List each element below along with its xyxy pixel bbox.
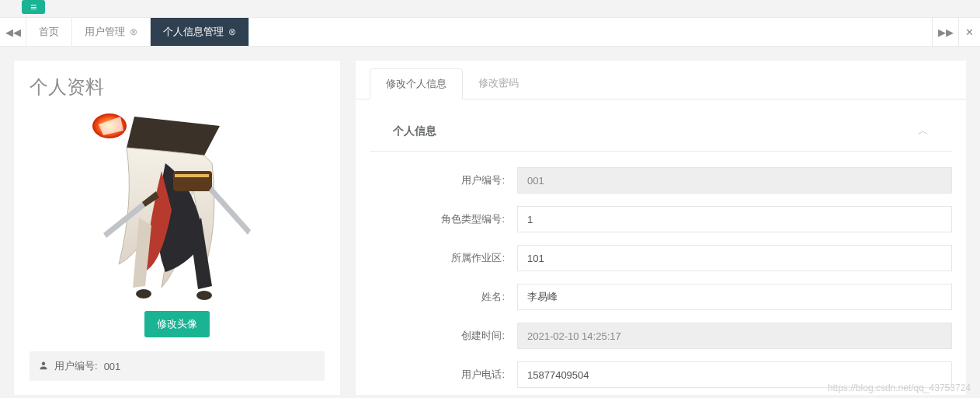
tab-personal-info-management[interactable]: 个人信息管理 ⊗	[151, 18, 249, 46]
tab-label: 首页	[39, 25, 59, 39]
input-work-area[interactable]	[517, 245, 952, 271]
input-role-type-id[interactable]	[517, 206, 952, 232]
page-title: 个人资料	[30, 75, 325, 100]
inner-tabs: 修改个人信息 修改密码	[356, 61, 966, 100]
avatar-area: 修改头像	[30, 109, 325, 337]
content-area: 个人资料	[0, 47, 980, 398]
label-work-area: 所属作业区:	[370, 251, 517, 265]
input-created-at	[517, 323, 952, 349]
change-avatar-button[interactable]: 修改头像	[144, 311, 210, 337]
avatar-image	[88, 109, 266, 303]
label-created-at: 创建时间:	[370, 329, 517, 343]
tabs-scroll-right-button[interactable]: ▶▶	[932, 18, 958, 46]
form-row-role-type-id: 角色类型编号:	[370, 200, 952, 239]
hamburger-menu-button[interactable]: ≡	[22, 0, 45, 14]
chevron-up-icon[interactable]: ︿	[918, 124, 929, 138]
form-row-name: 姓名:	[370, 278, 952, 316]
label-user-id: 用户编号:	[370, 173, 517, 187]
section-title: 个人信息	[393, 124, 436, 138]
input-name[interactable]	[517, 284, 952, 310]
profile-form-panel: 修改个人信息 修改密码 个人信息 ︿ 用户编号: 角色类型编号: 所属作业区: …	[356, 61, 966, 395]
close-icon[interactable]: ⊗	[130, 26, 137, 37]
hamburger-icon: ≡	[30, 2, 36, 12]
svg-rect-2	[175, 174, 209, 177]
user-id-label: 用户编号:	[54, 359, 98, 373]
svg-point-3	[136, 289, 151, 298]
double-chevron-left-icon: ◀◀	[5, 26, 21, 38]
form-row-work-area: 所属作业区:	[370, 239, 952, 278]
tabs-container: 首页 用户管理 ⊗ 个人信息管理 ⊗	[26, 18, 932, 46]
profile-sidebar-panel: 个人资料	[14, 61, 340, 395]
tab-label: 个人信息管理	[163, 25, 224, 39]
svg-rect-1	[173, 171, 212, 191]
close-icon[interactable]: ⊗	[228, 26, 236, 37]
tab-home[interactable]: 首页	[26, 18, 72, 46]
tabs-scroll-left-button[interactable]: ◀◀	[0, 18, 26, 46]
tab-user-management[interactable]: 用户管理 ⊗	[72, 18, 151, 46]
close-tabs-button[interactable]: ✕	[958, 18, 980, 46]
label-role-type-id: 角色类型编号:	[370, 212, 517, 226]
svg-point-5	[42, 361, 46, 365]
double-chevron-right-icon: ▶▶	[938, 26, 954, 38]
label-name: 姓名:	[370, 290, 517, 304]
tab-edit-personal-info[interactable]: 修改个人信息	[370, 68, 463, 100]
user-id-value: 001	[104, 361, 121, 372]
tab-change-password[interactable]: 修改密码	[463, 68, 534, 99]
tab-bar: ◀◀ 首页 用户管理 ⊗ 个人信息管理 ⊗ ▶▶ ✕	[0, 17, 980, 47]
form-row-user-id: 用户编号:	[370, 161, 952, 200]
close-icon: ✕	[965, 26, 974, 38]
tab-label: 用户管理	[85, 25, 125, 39]
svg-point-4	[196, 291, 212, 300]
section-header: 个人信息 ︿	[370, 112, 952, 152]
label-phone: 用户电话:	[370, 368, 517, 382]
form-area: 用户编号: 角色类型编号: 所属作业区: 姓名: 创建时间: 用户电话:	[356, 152, 966, 394]
user-id-info-box: 用户编号: 001	[30, 351, 325, 381]
input-user-id	[517, 167, 952, 194]
user-icon	[39, 361, 48, 372]
watermark-text: https://blog.csdn.net/qq_43753724	[828, 382, 971, 393]
form-row-created-at: 创建时间:	[370, 316, 952, 355]
